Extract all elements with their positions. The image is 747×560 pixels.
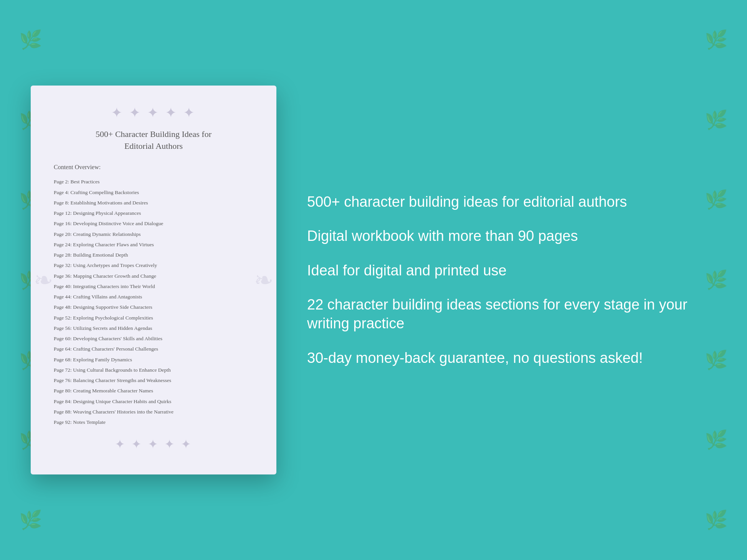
feature-text: 500+ character building ideas for editor… bbox=[307, 193, 716, 211]
floral-sprig: 🌿 bbox=[705, 31, 728, 49]
table-of-contents-item: Page 48: Designing Supportive Side Chara… bbox=[54, 302, 253, 313]
features-panel: 500+ character building ideas for editor… bbox=[299, 193, 716, 367]
table-of-contents-item: Page 32: Using Archetypes and Tropes Cre… bbox=[54, 260, 253, 271]
table-of-contents: Page 2: Best PracticesPage 4: Crafting C… bbox=[54, 177, 253, 428]
feature-text: 30-day money-back guarantee, no question… bbox=[307, 349, 716, 367]
document-title: 500+ Character Building Ideas for Editor… bbox=[54, 128, 253, 152]
document-preview: ❧ ❧ ✦ ✦ ✦ ✦ ✦ 500+ Character Building Id… bbox=[31, 86, 276, 474]
table-of-contents-item: Page 16: Developing Distinctive Voice an… bbox=[54, 219, 253, 229]
table-of-contents-item: Page 28: Building Emotional Depth bbox=[54, 250, 253, 260]
table-of-contents-item: Page 8: Establishing Motivations and Des… bbox=[54, 198, 253, 208]
content-overview-label: Content Overview: bbox=[54, 164, 253, 171]
floral-border-right: 🌿 🌿 🌿 🌿 🌿 🌿 🌿 bbox=[686, 0, 747, 560]
table-of-contents-item: Page 84: Designing Unique Character Habi… bbox=[54, 396, 253, 407]
document-top-decoration: ✦ ✦ ✦ ✦ ✦ bbox=[54, 105, 253, 121]
table-of-contents-item: Page 12: Designing Physical Appearances bbox=[54, 208, 253, 219]
table-of-contents-item: Page 36: Mapping Character Growth and Ch… bbox=[54, 271, 253, 281]
feature-text: Digital workbook with more than 90 pages bbox=[307, 227, 716, 245]
doc-corner-right-decoration: ❧ bbox=[254, 267, 273, 294]
table-of-contents-item: Page 24: Exploring Character Flaws and V… bbox=[54, 239, 253, 250]
floral-sprig: 🌿 bbox=[705, 111, 728, 129]
table-of-contents-item: Page 88: Weaving Characters' Histories i… bbox=[54, 407, 253, 417]
table-of-contents-item: Page 52: Exploring Psychological Complex… bbox=[54, 313, 253, 323]
feature-text: 22 character building ideas sections for… bbox=[307, 295, 716, 333]
table-of-contents-item: Page 76: Balancing Character Strengths a… bbox=[54, 376, 253, 386]
table-of-contents-item: Page 20: Creating Dynamic Relationships bbox=[54, 229, 253, 239]
floral-sprig: 🌿 bbox=[705, 511, 728, 529]
table-of-contents-item: Page 56: Utilizing Secrets and Hidden Ag… bbox=[54, 323, 253, 333]
document-bottom-decoration: ✦ ✦ ✦ ✦ ✦ bbox=[54, 437, 253, 451]
doc-corner-left-decoration: ❧ bbox=[34, 267, 53, 294]
feature-text: Ideal for digital and printed use bbox=[307, 261, 716, 280]
table-of-contents-item: Page 44: Crafting Villains and Antagonis… bbox=[54, 292, 253, 302]
table-of-contents-item: Page 92: Notes Template bbox=[54, 417, 253, 428]
table-of-contents-item: Page 60: Developing Characters' Skills a… bbox=[54, 334, 253, 344]
table-of-contents-item: Page 80: Creating Memorable Character Na… bbox=[54, 386, 253, 396]
table-of-contents-item: Page 2: Best Practices bbox=[54, 177, 253, 187]
floral-sprig: 🌿 bbox=[19, 31, 42, 49]
table-of-contents-item: Page 4: Crafting Compelling Backstories bbox=[54, 187, 253, 198]
floral-sprig: 🌿 bbox=[705, 191, 728, 209]
table-of-contents-item: Page 68: Exploring Family Dynamics bbox=[54, 354, 253, 365]
table-of-contents-item: Page 72: Using Cultural Backgrounds to E… bbox=[54, 365, 253, 375]
floral-sprig: 🌿 bbox=[705, 351, 728, 369]
floral-sprig: 🌿 bbox=[705, 431, 728, 449]
table-of-contents-item: Page 40: Integrating Characters into The… bbox=[54, 281, 253, 292]
floral-sprig: 🌿 bbox=[19, 511, 42, 529]
table-of-contents-item: Page 64: Crafting Characters' Personal C… bbox=[54, 344, 253, 354]
main-container: ❧ ❧ ✦ ✦ ✦ ✦ ✦ 500+ Character Building Id… bbox=[0, 63, 747, 497]
floral-sprig: 🌿 bbox=[705, 271, 728, 289]
